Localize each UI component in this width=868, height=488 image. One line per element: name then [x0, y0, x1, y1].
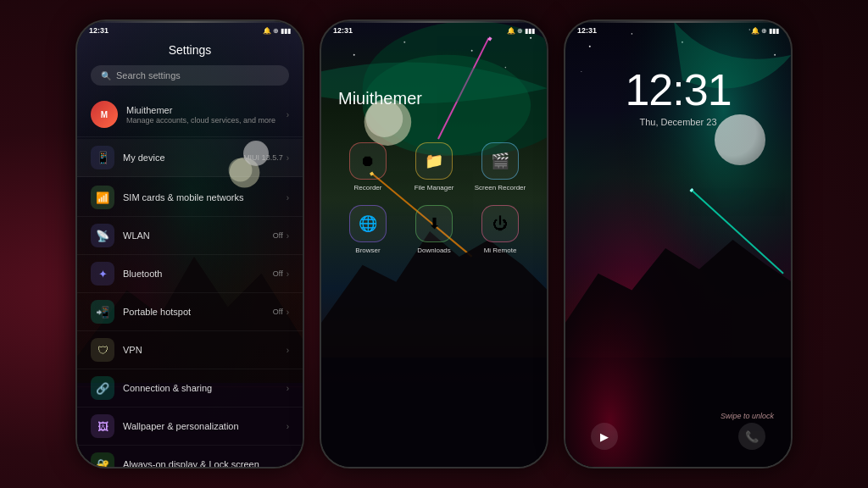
- phone-2: 12:31 🔔 ⊕ ▮▮▮ Miuithemer ⏺ Recorder 📁 Fi…: [320, 19, 548, 469]
- search-icon: 🔍: [101, 71, 111, 80]
- chevron-sim-icon: ›: [287, 193, 289, 202]
- settings-title: Settings: [77, 36, 303, 62]
- chevron-hotspot-icon: ›: [287, 308, 289, 317]
- app-miremote[interactable]: ⏻ Mi Remote: [474, 205, 526, 254]
- status-icons-3: 🔔 ⊕ ▮▮▮: [751, 27, 779, 35]
- item-title-mydevice: My device: [123, 152, 243, 163]
- lock-phone-button[interactable]: 📞: [738, 423, 765, 450]
- settings-item-vpn[interactable]: 🛡 VPN ›: [77, 331, 303, 369]
- app-label-miremote: Mi Remote: [484, 247, 517, 254]
- status-bar: 12:31 🔔 ⊕ ▮▮▮: [77, 21, 303, 36]
- search-bar[interactable]: 🔍 Search settings: [91, 65, 289, 86]
- status-bar-3: 12:31 🔔 ⊕ ▮▮▮: [565, 21, 791, 36]
- lock-bottom-bar: ▶ 📞: [565, 423, 791, 450]
- settings-item-lockscreen[interactable]: 🔐 Always-on display & Lock screen ›: [77, 446, 303, 467]
- home-greeting: Miuithemer: [321, 21, 547, 125]
- lock-moon: [715, 114, 765, 165]
- chevron-wlan-icon: ›: [287, 231, 289, 241]
- status-icons-2: 🔔 ⊕ ▮▮▮: [507, 27, 535, 35]
- chevron-icon: ›: [287, 110, 289, 119]
- item-title-connection: Connection & sharing: [123, 383, 287, 393]
- app-label-recorder: Recorder: [354, 184, 382, 191]
- settings-item-miuithemer[interactable]: M Miuithemer Manage accounts, cloud serv…: [77, 92, 303, 137]
- app-grid: ⏺ Recorder 📁 File Manager 🎬 Screen Recor…: [321, 125, 547, 271]
- app-icon-screenrecorder: 🎬: [481, 142, 519, 180]
- item-title-vpn: VPN: [123, 345, 287, 355]
- app-label-browser: Browser: [355, 247, 380, 254]
- hotspot-status: Off: [273, 308, 283, 316]
- item-title-lockscreen: Always-on display & Lock screen: [123, 459, 287, 467]
- search-placeholder: Search settings: [116, 70, 181, 80]
- app-label-filemanager: File Manager: [415, 184, 454, 191]
- wlan-status: Off: [273, 231, 283, 240]
- settings-item-simcards[interactable]: 📶 SIM cards & mobile networks ›: [77, 179, 303, 217]
- app-label-downloads: Downloads: [417, 247, 451, 254]
- lock-camera-button[interactable]: ▶: [591, 423, 618, 450]
- settings-item-connection[interactable]: 🔗 Connection & sharing ›: [77, 369, 303, 408]
- settings-item-mydevice[interactable]: 📱 My device MIUI 13.5.7 ›: [77, 139, 303, 177]
- phone-3: 12:31 🔔 ⊕ ▮▮▮ 12:31 Thu, December 23 Swi…: [564, 19, 793, 469]
- settings-item-wallpaper[interactable]: 🖼 Wallpaper & personalization ›: [77, 408, 303, 446]
- item-title-wlan: WLAN: [123, 230, 273, 241]
- item-title-wallpaper: Wallpaper & personalization: [123, 421, 287, 431]
- status-bar-2: 12:31 🔔 ⊕ ▮▮▮: [321, 21, 547, 36]
- app-browser[interactable]: 🌐 Browser: [342, 205, 394, 254]
- app-screenrecorder[interactable]: 🎬 Screen Recorder: [474, 142, 526, 191]
- chevron-lockscreen-icon: ›: [287, 460, 289, 468]
- item-title-bluetooth: Bluetooth: [123, 269, 273, 279]
- status-time-3: 12:31: [577, 26, 597, 35]
- chevron-wallpaper-icon: ›: [287, 422, 289, 431]
- settings-item-wlan[interactable]: 📡 WLAN Off ›: [77, 217, 303, 255]
- app-icon-recorder: ⏺: [349, 142, 387, 180]
- item-title-simcards: SIM cards & mobile networks: [123, 192, 287, 202]
- app-filemanager[interactable]: 📁 File Manager: [408, 142, 460, 191]
- item-title-hotspot: Portable hotspot: [123, 307, 273, 317]
- status-time: 12:31: [89, 26, 108, 35]
- settings-item-bluetooth[interactable]: ✦ Bluetooth Off ›: [77, 255, 303, 293]
- status-icons: 🔔 ⊕ ▮▮▮: [263, 27, 291, 35]
- item-subtitle-miuithemer: Manage accounts, cloud services, and mor…: [126, 116, 287, 125]
- settings-item-hotspot[interactable]: 📲 Portable hotspot Off ›: [77, 293, 303, 331]
- app-icon-miremote: ⏻: [481, 205, 519, 242]
- app-label-screenrecorder: Screen Recorder: [475, 184, 526, 191]
- mydevice-version: MIUI 13.5.7: [243, 153, 283, 162]
- phones-container: 12:31 🔔 ⊕ ▮▮▮ Settings 🔍 Search settings…: [75, 19, 793, 469]
- bt-status: Off: [273, 269, 283, 278]
- chevron-vpn-icon: ›: [287, 346, 289, 355]
- chevron-bt-icon: ›: [287, 269, 289, 279]
- app-icon-filemanager: 📁: [415, 142, 453, 180]
- app-icon-browser: 🌐: [349, 205, 387, 242]
- phone-1: 12:31 🔔 ⊕ ▮▮▮ Settings 🔍 Search settings…: [75, 19, 304, 469]
- app-downloads[interactable]: ⬇ Downloads: [408, 205, 460, 254]
- swipe-hint: Swipe to unlock: [721, 412, 774, 420]
- chevron-connection-icon: ›: [287, 384, 289, 393]
- account-icon: M: [91, 101, 118, 128]
- item-title-miuithemer: Miuithemer: [126, 105, 287, 115]
- app-recorder[interactable]: ⏺ Recorder: [342, 142, 394, 191]
- chevron-mydevice-icon: ›: [287, 153, 289, 163]
- app-icon-downloads: ⬇: [415, 205, 453, 242]
- status-time-2: 12:31: [333, 26, 353, 35]
